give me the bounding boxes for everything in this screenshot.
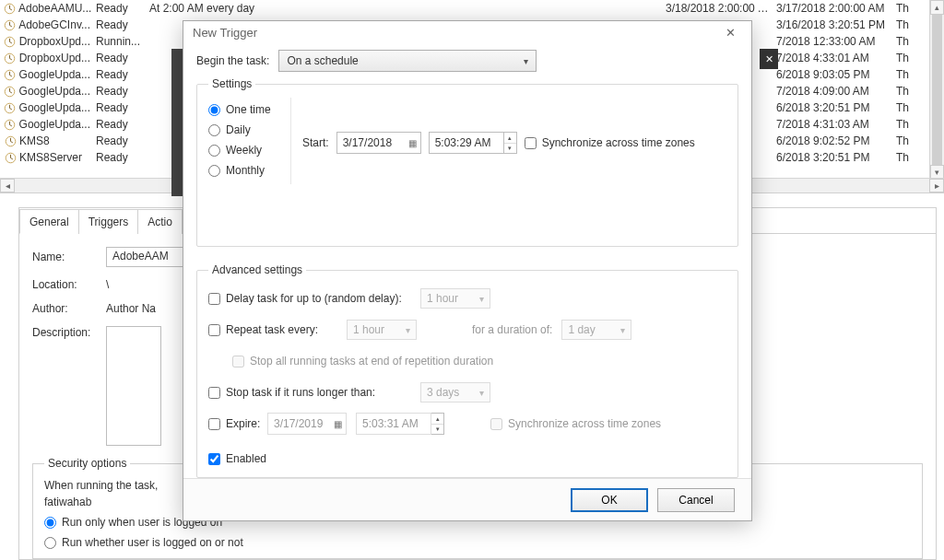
settings-legend: Settings <box>208 77 255 90</box>
delay-select[interactable]: 1 hour <box>420 288 490 309</box>
start-date-field[interactable]: 3/17/2018 <box>336 132 421 154</box>
opt-daily[interactable]: Daily <box>208 123 290 136</box>
repeat-checkbox[interactable]: Repeat task every: <box>208 323 347 336</box>
sync-tz-checkbox[interactable]: Synchronize across time zones <box>525 136 695 149</box>
clock-icon <box>4 101 17 114</box>
stop-if-select[interactable]: 3 days <box>420 382 490 402</box>
spin-up-icon: ▴ <box>504 133 516 144</box>
spin-down-icon: ▾ <box>431 425 443 435</box>
clock-icon <box>4 134 17 147</box>
clock-icon <box>4 35 17 48</box>
repeat-duration-label: for a duration of: <box>472 323 552 336</box>
cancel-button[interactable]: Cancel <box>657 488 735 512</box>
name-label: Name: <box>32 251 106 263</box>
schedule-options: One time Daily Weekly Monthly <box>208 98 291 184</box>
stop-if-checkbox[interactable]: Stop task if it runs longer than: <box>208 386 420 399</box>
advanced-legend: Advanced settings <box>208 263 306 276</box>
expire-spinner[interactable]: ▴▾ <box>431 413 444 435</box>
opt-weekly[interactable]: Weekly <box>208 144 290 157</box>
tab-triggers[interactable]: Triggers <box>78 209 139 234</box>
description-field[interactable] <box>106 326 161 446</box>
clock-icon <box>4 151 17 164</box>
table-row[interactable]: AdobeAAMU...ReadyAt 2:00 AM every day3/1… <box>0 0 944 17</box>
clock-icon <box>4 85 17 98</box>
vertical-scrollbar[interactable]: ▴ ▾ <box>929 0 944 180</box>
new-trigger-dialog: New Trigger ✕ Begin the task: On a sched… <box>183 20 752 521</box>
ok-button[interactable]: OK <box>571 488 648 512</box>
enabled-checkbox[interactable]: Enabled <box>208 452 420 465</box>
tab-general[interactable]: General <box>19 209 79 234</box>
dialog-title: New Trigger <box>193 26 257 40</box>
background-close-icon[interactable]: ✕ <box>760 49 778 69</box>
time-spinner[interactable]: ▴▾ <box>504 132 517 154</box>
author-label: Author: <box>32 302 106 315</box>
delay-checkbox[interactable]: Delay task for up to (random delay): <box>208 292 420 305</box>
opt-one-time[interactable]: One time <box>208 103 290 116</box>
repeat-duration-select[interactable]: 1 day <box>561 320 631 340</box>
spin-down-icon: ▾ <box>504 144 516 154</box>
clock-icon <box>4 118 17 131</box>
expire-time-field[interactable]: 5:03:31 AM <box>356 413 431 435</box>
tab-actions[interactable]: Actio <box>137 209 183 234</box>
stop-all-checkbox: Stop all running tasks at end of repetit… <box>232 355 493 368</box>
repeat-every-select[interactable]: 1 hour <box>347 320 417 340</box>
close-icon[interactable]: ✕ <box>718 24 742 42</box>
begin-task-label: Begin the task: <box>196 54 269 67</box>
clock-icon <box>4 2 16 15</box>
scroll-right-icon[interactable]: ▸ <box>929 179 944 192</box>
expire-date-field[interactable]: 3/17/2019 <box>267 413 347 435</box>
spin-up-icon: ▴ <box>431 414 443 425</box>
start-time-field[interactable]: 5:03:29 AM <box>429 132 504 154</box>
begin-task-select[interactable]: On a schedule <box>278 50 537 72</box>
start-label: Start: <box>302 136 329 149</box>
settings-group: Settings One time Daily Weekly Monthly S… <box>196 77 738 247</box>
opt-monthly[interactable]: Monthly <box>208 164 290 177</box>
scroll-thumb[interactable] <box>932 15 942 165</box>
expire-checkbox[interactable]: Expire: <box>208 417 267 430</box>
location-label: Location: <box>32 278 106 291</box>
advanced-settings: Advanced settings Delay task for up to (… <box>196 263 738 478</box>
clock-icon <box>4 18 16 31</box>
scroll-left-icon[interactable]: ◂ <box>0 179 15 192</box>
expire-sync-checkbox: Synchronize across time zones <box>490 417 702 430</box>
radio-any[interactable]: Run whether user is logged on or not <box>44 536 911 549</box>
description-label: Description: <box>32 326 106 339</box>
security-legend: Security options <box>44 457 130 470</box>
clock-icon <box>4 68 17 81</box>
scroll-up-icon[interactable]: ▴ <box>930 0 944 15</box>
clock-icon <box>4 52 17 64</box>
